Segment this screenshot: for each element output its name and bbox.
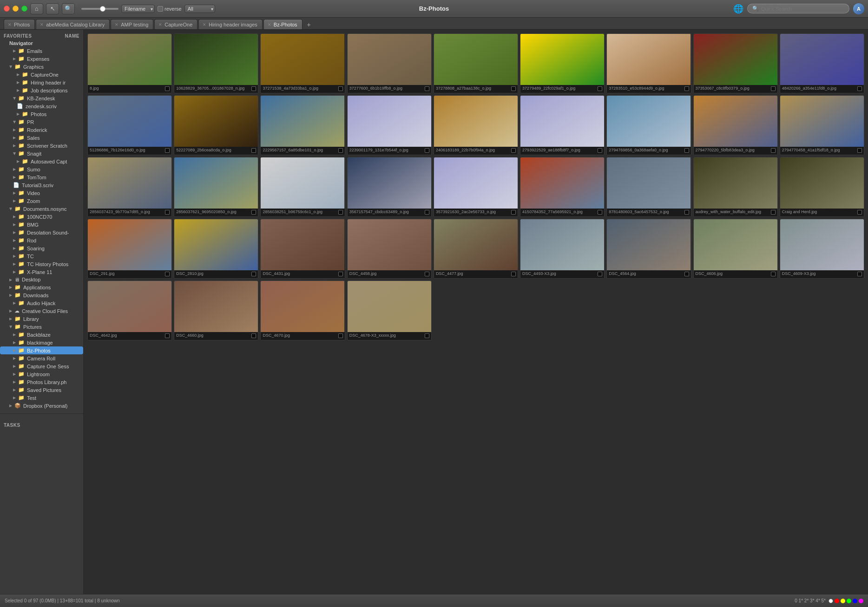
reverse-checkbox[interactable] — [158, 6, 163, 12]
sidebar-item-tchistory[interactable]: ▶ 📁 TC History Photos — [0, 260, 83, 268]
filter-select[interactable]: All Rated Unrated — [184, 5, 215, 13]
photo-check-9[interactable] — [165, 148, 170, 153]
photo-cell-34[interactable]: DSC_4606.jpg — [693, 219, 778, 279]
sidebar-item-captureone[interactable]: ▶ 📁 CaptureOne — [0, 71, 83, 78]
sidebar-item-lightroom[interactable]: ▶ 📁 Lightroom — [0, 370, 83, 378]
sidebar-item-photoslibrary[interactable]: ▶ 📁 Photos Library.ph — [0, 378, 83, 386]
tab-close-abemedia[interactable]: ✕ — [40, 22, 44, 27]
photo-cell-7[interactable]: 37353067_c8c8fb0379_o.jpg — [693, 33, 778, 93]
color-dot-purple[interactable] — [859, 599, 863, 603]
photo-check-13[interactable] — [511, 148, 516, 153]
tab-captureone[interactable]: ✕ CaptureOne — [154, 19, 197, 29]
photo-check-17[interactable] — [857, 148, 862, 153]
sidebar-item-photos-sub[interactable]: ▶ 📁 Photos — [0, 110, 83, 118]
photo-check-10[interactable] — [251, 148, 256, 153]
sidebar-item-jobdesc[interactable]: ▶ 📁 Job descriptions — [0, 86, 83, 94]
photo-cell-29[interactable]: DSC_4431.jpg — [260, 219, 345, 279]
photo-check-20[interactable] — [338, 210, 343, 215]
photo-check-4[interactable] — [511, 86, 516, 91]
photo-check-24[interactable] — [684, 210, 689, 215]
sidebar-item-desolation[interactable]: ▶ 📁 Desolation Sound- — [0, 228, 83, 236]
photo-check-19[interactable] — [251, 210, 256, 215]
sidebar-item-blackimage[interactable]: ▶ 📁 blackimage — [0, 339, 83, 346]
photo-cell-38[interactable]: DSC_4670.jpg — [260, 281, 345, 340]
photo-check-30[interactable] — [425, 272, 429, 276]
sidebar-item-tc[interactable]: ▶ 📁 TC — [0, 252, 83, 260]
photo-cell-33[interactable]: DSC_4564.jpg — [606, 219, 691, 279]
photo-cell-11[interactable]: 2229567157_6a85dbe101_o.jpg — [260, 95, 345, 155]
sidebar-item-backblaze[interactable]: ▶ 📁 Backblaze — [0, 331, 83, 339]
photo-check-37[interactable] — [251, 333, 256, 338]
photo-check-0[interactable] — [165, 86, 170, 91]
photo-check-28[interactable] — [251, 272, 256, 276]
sidebar-item-expenses[interactable]: ▶ 📁 Expenses — [0, 55, 83, 63]
photo-cell-2[interactable]: 37271538_4a73d33ba1_o.jpg — [260, 33, 345, 93]
sidebar-item-pr[interactable]: ▶ 📁 PR — [0, 118, 83, 126]
sidebar-item-cameraroll[interactable]: ▶ 📁 Camera Roll — [0, 354, 83, 362]
photo-check-35[interactable] — [857, 272, 862, 276]
photo-cell-28[interactable]: DSC_2810.jpg — [174, 219, 258, 279]
photo-cell-30[interactable]: DSC_4458.jpg — [347, 219, 432, 279]
sidebar-item-docnosync[interactable]: ▶ 📁 Documents.nosync — [0, 205, 83, 213]
sidebar-item-bmg[interactable]: ▶ 📁 BMG — [0, 221, 83, 228]
sidebar-item-captureonesess[interactable]: ▶ 📁 Capture One Sess — [0, 362, 83, 370]
photo-check-29[interactable] — [338, 272, 343, 276]
sidebar-item-soaring[interactable]: ▶ 📁 Soaring — [0, 244, 83, 252]
sidebar-item-scrivener[interactable]: ▶ 📁 Scrivener Scratch — [0, 142, 83, 150]
sidebar-item-library[interactable]: ▶ 📁 Library — [0, 315, 83, 323]
photo-cell-35[interactable]: DSC_4609-X3.jpg — [780, 219, 864, 279]
photo-check-36[interactable] — [165, 333, 170, 338]
color-dot-green[interactable] — [847, 599, 851, 603]
photo-cell-9[interactable]: 51286886_7b126e16d0_o.jpg — [87, 95, 172, 155]
sidebar-item-kbzendesk[interactable]: ▶ 📁 KB-Zendesk — [0, 94, 83, 102]
photo-cell-17[interactable]: 2794770458_41a1f5df18_o.jpg — [780, 95, 864, 155]
sidebar-item-tomtom[interactable]: ▶ 📁 TomTom — [0, 173, 83, 181]
photo-check-18[interactable] — [165, 210, 170, 215]
sidebar-item-desktop[interactable]: ▶ 🖥 Desktop — [0, 276, 83, 283]
sidebar-item-emails[interactable]: ▶ 📁 Emails — [0, 47, 83, 55]
sidebar-item-bzphotos[interactable]: ▶ 📁 Bz-Photos — [0, 346, 83, 354]
sidebar-item-tutorial3[interactable]: 📄 Tutorial3.scriv — [0, 181, 83, 189]
sidebar-item-applications[interactable]: ▶ 📁 Applications — [0, 283, 83, 291]
sidebar-item-creativecloud[interactable]: ▶ ☁ Creative Cloud Files — [0, 307, 83, 315]
sidebar-item-hiring[interactable]: ▶ 📁 Hiring header ir — [0, 78, 83, 86]
photo-cell-10[interactable]: 52227089_2b6cea8cda_o.jpg — [174, 95, 258, 155]
photo-check-12[interactable] — [425, 148, 429, 153]
photo-check-5[interactable] — [598, 86, 602, 91]
photo-check-15[interactable] — [684, 148, 689, 153]
sidebar-item-roderick[interactable]: ▶ 📁 Roderick — [0, 126, 83, 134]
sidebar-item-pictures[interactable]: ▶ 📁 Pictures — [0, 323, 83, 331]
photo-cell-3[interactable]: 37277600_6b1b19ffb8_o.jpg — [347, 33, 432, 93]
sidebar-item-savedpictures[interactable]: ▶ 📁 Saved Pictures — [0, 386, 83, 394]
tab-bzphotos[interactable]: ✕ Bz-Photos — [263, 19, 302, 29]
photo-cell-21[interactable]: 3567157547_cbdcc63489_o.jpg — [347, 157, 432, 217]
photo-cell-15[interactable]: 2794769856_0a368aefa0_o.jpg — [606, 95, 691, 155]
photo-cell-0[interactable]: 8.jpg — [87, 33, 172, 93]
sidebar-item-zoom[interactable]: ▶ 📁 Zoom — [0, 197, 83, 205]
photo-cell-8[interactable]: 48420266_a354e11fd8_o.jpg — [780, 33, 864, 93]
home-button[interactable]: ⌂ — [30, 3, 43, 14]
photo-check-22[interactable] — [511, 210, 516, 215]
sidebar-item-sumo[interactable]: ▶ 📁 Sumo — [0, 165, 83, 173]
name-sort-label[interactable]: Name — [65, 33, 79, 39]
photo-cell-14[interactable]: 2793922529_ae188fb8f7_o.jpg — [520, 95, 605, 155]
photo-check-2[interactable] — [338, 86, 343, 91]
sidebar-item-graphics[interactable]: ▶ 📁 Graphics — [0, 63, 83, 71]
photo-check-39[interactable] — [425, 333, 429, 338]
photo-cell-22[interactable]: 3573921630_2ac2e56733_o.jpg — [434, 157, 518, 217]
sort-select[interactable]: Filename Date Size — [121, 5, 155, 13]
tab-hiring[interactable]: ✕ Hiring header images — [198, 19, 263, 29]
photo-check-34[interactable] — [771, 272, 776, 276]
sidebar-item-downloads[interactable]: ▶ 📁 Downloads — [0, 291, 83, 299]
photo-cell-25[interactable]: audrey_with_water_buffalo_edit.jpg — [693, 157, 778, 217]
color-dot-red[interactable] — [835, 599, 839, 603]
tab-close-amp[interactable]: ✕ — [115, 22, 118, 27]
sidebar-item-dropbox[interactable]: ▶ 📦 Dropbox (Personal) — [0, 402, 83, 410]
photo-check-11[interactable] — [338, 148, 343, 153]
close-button[interactable] — [4, 6, 10, 12]
photo-cell-26[interactable]: Craig and Herd.jpg — [780, 157, 864, 217]
photo-check-26[interactable] — [857, 210, 862, 215]
photo-check-31[interactable] — [511, 272, 516, 276]
tab-abemedia[interactable]: ✕ abeMedia Catalog Library — [36, 19, 110, 29]
pointer-tool-button[interactable]: ↖ — [46, 3, 59, 14]
